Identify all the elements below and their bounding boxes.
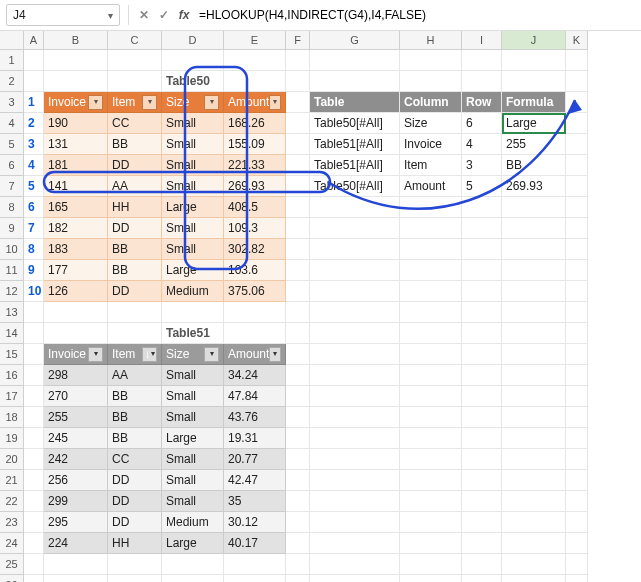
empty-cell[interactable] <box>224 575 286 582</box>
empty-cell[interactable] <box>462 407 502 428</box>
empty-cell[interactable] <box>108 302 162 323</box>
filter-dropdown-icon[interactable]: ↓ <box>142 347 157 362</box>
empty-cell[interactable] <box>224 554 286 575</box>
col-header-E[interactable]: E <box>224 31 286 50</box>
empty-cell[interactable] <box>400 470 462 491</box>
empty-cell[interactable] <box>286 113 310 134</box>
empty-cell[interactable] <box>502 197 566 218</box>
empty-cell[interactable] <box>310 323 400 344</box>
empty-cell[interactable] <box>286 344 310 365</box>
empty-cell[interactable] <box>286 365 310 386</box>
empty-cell[interactable] <box>24 302 44 323</box>
empty-cell[interactable] <box>462 491 502 512</box>
empty-cell[interactable] <box>24 428 44 449</box>
empty-cell[interactable] <box>502 323 566 344</box>
empty-cell[interactable] <box>566 365 588 386</box>
empty-cell[interactable] <box>400 218 462 239</box>
row-header-13[interactable]: 13 <box>0 302 24 323</box>
empty-cell[interactable] <box>400 323 462 344</box>
filter-dropdown-icon[interactable] <box>142 95 157 110</box>
row-header-24[interactable]: 24 <box>0 533 24 554</box>
empty-cell[interactable] <box>310 575 400 582</box>
col-header-C[interactable]: C <box>108 31 162 50</box>
empty-cell[interactable] <box>462 428 502 449</box>
empty-cell[interactable] <box>24 533 44 554</box>
empty-cell[interactable] <box>286 533 310 554</box>
empty-cell[interactable] <box>502 281 566 302</box>
table50-header[interactable]: Amount <box>224 92 286 113</box>
row-header-17[interactable]: 17 <box>0 386 24 407</box>
empty-cell[interactable] <box>44 71 108 92</box>
empty-cell[interactable] <box>502 302 566 323</box>
empty-cell[interactable] <box>24 554 44 575</box>
empty-cell[interactable] <box>286 92 310 113</box>
empty-cell[interactable] <box>566 197 588 218</box>
empty-cell[interactable] <box>24 50 44 71</box>
table50-header[interactable]: Size <box>162 92 224 113</box>
empty-cell[interactable] <box>286 281 310 302</box>
empty-cell[interactable] <box>566 302 588 323</box>
row-header-7[interactable]: 7 <box>0 176 24 197</box>
empty-cell[interactable] <box>310 302 400 323</box>
col-header-B[interactable]: B <box>44 31 108 50</box>
empty-cell[interactable] <box>400 386 462 407</box>
empty-cell[interactable] <box>44 554 108 575</box>
empty-cell[interactable] <box>566 71 588 92</box>
row-header-20[interactable]: 20 <box>0 449 24 470</box>
row-header-12[interactable]: 12 <box>0 281 24 302</box>
empty-cell[interactable] <box>400 281 462 302</box>
empty-cell[interactable] <box>462 365 502 386</box>
empty-cell[interactable] <box>566 470 588 491</box>
row-header-2[interactable]: 2 <box>0 71 24 92</box>
empty-cell[interactable] <box>566 512 588 533</box>
empty-cell[interactable] <box>502 218 566 239</box>
empty-cell[interactable] <box>310 554 400 575</box>
empty-cell[interactable] <box>400 260 462 281</box>
col-header-H[interactable]: H <box>400 31 462 50</box>
row-header-8[interactable]: 8 <box>0 197 24 218</box>
empty-cell[interactable] <box>462 575 502 582</box>
empty-cell[interactable] <box>286 260 310 281</box>
cancel-icon[interactable]: ✕ <box>137 8 151 22</box>
empty-cell[interactable] <box>566 92 588 113</box>
empty-cell[interactable] <box>286 428 310 449</box>
empty-cell[interactable] <box>286 134 310 155</box>
col-header-G[interactable]: G <box>310 31 400 50</box>
empty-cell[interactable] <box>400 344 462 365</box>
empty-cell[interactable] <box>566 218 588 239</box>
fx-icon[interactable]: fx <box>177 8 191 22</box>
empty-cell[interactable] <box>462 197 502 218</box>
empty-cell[interactable] <box>566 50 588 71</box>
row-header-3[interactable]: 3 <box>0 92 24 113</box>
empty-cell[interactable] <box>310 491 400 512</box>
empty-cell[interactable] <box>310 260 400 281</box>
row-header-15[interactable]: 15 <box>0 344 24 365</box>
row-header-9[interactable]: 9 <box>0 218 24 239</box>
empty-cell[interactable] <box>566 533 588 554</box>
empty-cell[interactable] <box>224 71 286 92</box>
empty-cell[interactable] <box>502 491 566 512</box>
empty-cell[interactable] <box>24 449 44 470</box>
formula-input[interactable] <box>197 7 635 23</box>
empty-cell[interactable] <box>286 554 310 575</box>
row-header-16[interactable]: 16 <box>0 365 24 386</box>
empty-cell[interactable] <box>286 491 310 512</box>
accept-icon[interactable]: ✓ <box>157 8 171 22</box>
filter-dropdown-icon[interactable] <box>88 95 103 110</box>
empty-cell[interactable] <box>502 533 566 554</box>
empty-cell[interactable] <box>310 512 400 533</box>
empty-cell[interactable] <box>462 302 502 323</box>
empty-cell[interactable] <box>224 302 286 323</box>
empty-cell[interactable] <box>566 386 588 407</box>
empty-cell[interactable] <box>566 176 588 197</box>
empty-cell[interactable] <box>400 71 462 92</box>
empty-cell[interactable] <box>286 407 310 428</box>
empty-cell[interactable] <box>286 302 310 323</box>
empty-cell[interactable] <box>310 449 400 470</box>
empty-cell[interactable] <box>462 323 502 344</box>
empty-cell[interactable] <box>162 302 224 323</box>
empty-cell[interactable] <box>566 554 588 575</box>
empty-cell[interactable] <box>502 554 566 575</box>
filter-dropdown-icon[interactable] <box>269 347 281 362</box>
empty-cell[interactable] <box>310 239 400 260</box>
